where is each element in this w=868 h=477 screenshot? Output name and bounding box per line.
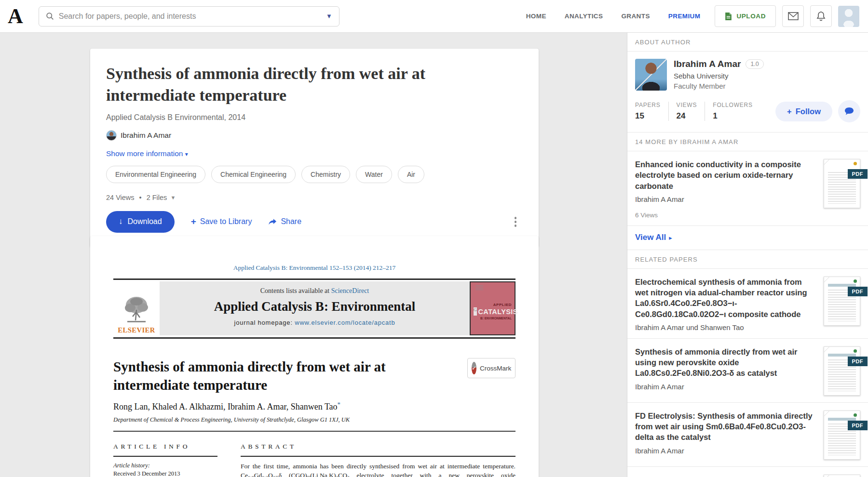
about-author-header: ABOUT AUTHOR [627, 33, 868, 52]
upload-button[interactable]: UPLOAD [715, 5, 776, 27]
cover-volume-lines [475, 285, 483, 290]
sidebar-author-name[interactable]: Ibrahim A Amar [674, 59, 741, 69]
journal-line: Applied Catalysis B Environmental, 2014 [106, 113, 521, 122]
cover-applied-label: APPLIED [474, 303, 512, 307]
notifications-button[interactable] [810, 5, 832, 27]
related-paper-item: Modification of electrocatalytic activit… [627, 467, 868, 477]
article-info-column: ARTICLE INFO Article history: Received 3… [113, 443, 217, 477]
pdf-article-title: Synthesis of ammonia directly from wet a… [113, 358, 457, 394]
chat-bubble-icon [844, 107, 854, 116]
related-paper-item: Synthesis of ammonia directly from wet a… [627, 339, 868, 403]
tag-chemistry[interactable]: Chemistry [301, 166, 350, 183]
author-profile-block: Ibrahim A Amar 1.0 Sebha University Facu… [627, 52, 868, 95]
crossmark-badge: ✓ CrossMark [467, 358, 515, 378]
nav-grants[interactable]: GRANTS [621, 13, 650, 20]
related-paper-title[interactable]: FD Electrolysis: Synthesis of ammonia di… [635, 411, 817, 443]
user-avatar[interactable] [838, 6, 859, 27]
right-sidebar: ABOUT AUTHOR Ibrahim A Amar 1.0 Sebha Un… [627, 33, 868, 477]
more-options-kebab[interactable] [510, 214, 522, 230]
more-paper-title[interactable]: Enhanced ionic conductivity in a composi… [635, 159, 817, 191]
pdf-banner-bottom-rule [113, 337, 515, 339]
related-paper-title[interactable]: Synthesis of ammonia directly from wet a… [635, 346, 817, 379]
pdf-top-rule [113, 278, 515, 280]
author-link[interactable]: Ibrahim A Amar [106, 130, 521, 141]
files-dropdown[interactable]: 2 Files ▼ [147, 194, 176, 201]
follow-button[interactable]: + Follow [775, 102, 832, 121]
history-received: Received 3 December 2013 [113, 470, 217, 477]
elsevier-logo-block: ELSEVIER [113, 281, 160, 335]
search-box[interactable]: ▼ [39, 6, 339, 26]
academia-logo[interactable]: A [8, 6, 23, 27]
pdf-affiliation: Department of Chemical & Process Enginee… [113, 416, 515, 424]
abstract-heading: ABSTRACT [241, 443, 515, 450]
article-history-label: Article history: [113, 462, 217, 469]
related-paper-title[interactable]: Electrochemical synthesis of ammonia fro… [635, 277, 817, 319]
elsevier-wordmark: ELSEVIER [118, 326, 155, 334]
author-university: Sebha University [674, 72, 764, 80]
more-paper-author: Ibrahim A Amar [635, 195, 817, 203]
paper-thumbnail[interactable]: PDF [824, 475, 860, 477]
paper-thumbnail[interactable]: PDF [824, 159, 860, 208]
stat-views: VIEWS 24 [668, 102, 705, 121]
journal-homepage-url: www.elsevier.com/locate/apcatb [295, 319, 395, 326]
author-score-badge: 1.0 [746, 59, 763, 69]
thumbnail-logo-dot [854, 279, 857, 283]
nav-analytics[interactable]: ANALYTICS [565, 13, 603, 20]
author-name: Ibrahim A Amar [121, 131, 171, 140]
pdf-journal-banner: ELSEVIER Contents lists available at Sci… [113, 281, 515, 335]
chevron-down-icon: ▼ [170, 195, 176, 200]
thumbnail-logo-dot [854, 162, 857, 165]
corresponding-author-mark: * [338, 400, 341, 408]
tag-water[interactable]: Water [356, 166, 392, 183]
pdf-badge: PDF [848, 287, 868, 296]
pdf-badge: PDF [848, 169, 868, 179]
top-navigation-bar: A ▼ HOME ANALYTICS GRANTS PREMIUM UPLOAD [0, 0, 868, 33]
author-role: Faculty Member [674, 82, 764, 90]
related-papers-header: RELATED PAPERS [627, 250, 868, 269]
pdf-authors-line: Rong Lan, Khaled A. Alkhazmi, Ibrahim A.… [113, 400, 515, 412]
journal-banner-title: Applied Catalysis B: Environmental [160, 299, 470, 314]
document-icon [725, 12, 732, 21]
paper-actions: ↓ Download + Save to Library Share [106, 211, 521, 233]
message-author-button[interactable] [838, 100, 860, 122]
share-arrow-icon [268, 218, 277, 225]
nav-premium[interactable]: PREMIUM [668, 13, 701, 20]
nav-home[interactable]: HOME [526, 13, 546, 20]
related-paper-title[interactable]: Modification of electrocatalytic activit… [635, 475, 817, 477]
paper-thumbnail[interactable]: PDF [824, 277, 860, 326]
view-all-link[interactable]: View All▸ [627, 226, 868, 250]
chevron-down-icon: ▾ [185, 151, 188, 158]
pdf-preview-card: Applied Catalysis B: Environmental 152–1… [90, 236, 539, 477]
views-count: 24 Views [106, 194, 135, 201]
cover-chip: G [474, 307, 477, 316]
author-photo[interactable] [635, 59, 667, 91]
tag-environmental-engineering[interactable]: Environmental Engineering [106, 166, 205, 183]
sciencedirect-link: ScienceDirect [331, 287, 369, 294]
more-paper-item: Enhanced ionic conductivity in a composi… [627, 151, 868, 226]
author-mini-avatar [106, 130, 117, 141]
pdf-badge: PDF [848, 357, 868, 366]
show-more-information-toggle[interactable]: Show more information ▾ [106, 149, 521, 158]
download-button[interactable]: ↓ Download [106, 211, 175, 233]
author-stats-row: PAPERS 15 VIEWS 24 FOLLOWERS 1 + Follow [627, 95, 868, 132]
abstract-text: For the first time, ammonia has been dir… [241, 462, 515, 477]
search-input[interactable] [59, 12, 322, 21]
journal-cover-thumbnail: APPLIED G CATALYSIS B: ENVIRONMENTAL [470, 281, 515, 335]
crossmark-label: CrossMark [480, 365, 511, 372]
search-scope-caret-icon[interactable]: ▼ [326, 13, 332, 20]
cover-subtitle: B: ENVIRONMENTAL [474, 317, 512, 320]
tag-chemical-engineering[interactable]: Chemical Engineering [211, 166, 296, 183]
elsevier-tree-icon [122, 295, 150, 325]
save-to-library-button[interactable]: + Save to Library [191, 216, 252, 227]
share-button[interactable]: Share [268, 217, 301, 226]
messages-button[interactable] [782, 5, 804, 27]
paper-thumbnail[interactable]: PDF [824, 411, 860, 460]
more-by-author-header: 14 MORE BY IBRAHIM A AMAR [627, 132, 868, 151]
bell-icon [816, 11, 826, 21]
envelope-icon [788, 12, 799, 20]
paper-thumbnail[interactable]: PDF [824, 346, 860, 396]
related-paper-item: FD Electrolysis: Synthesis of ammonia di… [627, 403, 868, 467]
stat-papers: PAPERS 15 [635, 102, 668, 121]
tag-air[interactable]: Air [398, 166, 424, 183]
page-title: Synthesis of ammonia directly from wet a… [106, 63, 506, 106]
